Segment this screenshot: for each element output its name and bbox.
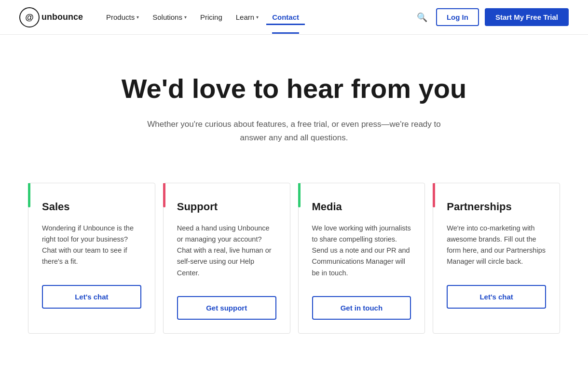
hero-subtitle: Whether you're curious about features, a… xyxy=(145,118,444,144)
card-accent-partnerships xyxy=(433,183,435,207)
card-btn-sales[interactable]: Let's chat xyxy=(42,285,141,309)
nav-pricing-label: Pricing xyxy=(200,13,222,21)
nav-products[interactable]: Products ▾ xyxy=(100,9,145,25)
card-accent-support xyxy=(163,183,165,207)
card-btn-support[interactable]: Get support xyxy=(177,296,276,320)
nav-links: Products ▾ Solutions ▾ Pricing Learn ▾ C… xyxy=(100,9,414,25)
card-desc-media: We love working with journalists to shar… xyxy=(312,223,411,279)
trial-button[interactable]: Start My Free Trial xyxy=(485,8,569,26)
nav-learn-wrap: Learn ▾ xyxy=(230,9,264,25)
nav-products-wrap: Products ▾ xyxy=(100,9,145,25)
card-desc-support: Need a hand using Unbounce or managing y… xyxy=(177,223,276,279)
solutions-chevron-icon: ▾ xyxy=(184,14,187,20)
nav-learn[interactable]: Learn ▾ xyxy=(230,9,264,25)
logo[interactable]: @ unbounce xyxy=(19,7,83,27)
card-accent-sales xyxy=(28,183,30,207)
card-sales: Sales Wondering if Unbounce is the right… xyxy=(28,183,155,334)
products-chevron-icon: ▾ xyxy=(137,14,139,20)
nav-contact[interactable]: Contact xyxy=(266,9,305,25)
svg-text:@: @ xyxy=(25,13,34,22)
nav-products-label: Products xyxy=(106,13,135,21)
nav-right: 🔍 Log In Start My Free Trial xyxy=(414,8,569,26)
card-support: Support Need a hand using Unbounce or ma… xyxy=(163,183,290,334)
hero-section: We'd love to hear from you Whether you'r… xyxy=(0,35,588,173)
learn-chevron-icon: ▾ xyxy=(256,14,259,20)
search-button[interactable]: 🔍 xyxy=(414,9,430,26)
cards-container: Sales Wondering if Unbounce is the right… xyxy=(0,173,588,363)
card-partnerships: Partnerships We're into co-marketing wit… xyxy=(433,183,560,334)
nav-pricing[interactable]: Pricing xyxy=(194,9,228,25)
hero-title: We'd love to hear from you xyxy=(19,73,569,104)
card-media: Media We love working with journalists t… xyxy=(298,183,425,334)
nav-solutions-wrap: Solutions ▾ xyxy=(147,9,192,25)
login-button[interactable]: Log In xyxy=(436,8,479,26)
card-title-media: Media xyxy=(312,201,411,213)
logo-text: unbounce xyxy=(41,12,83,22)
nav-solutions[interactable]: Solutions ▾ xyxy=(147,9,192,25)
navbar: @ unbounce Products ▾ Solutions ▾ Pricin… xyxy=(0,0,588,35)
nav-learn-label: Learn xyxy=(236,13,254,21)
card-title-sales: Sales xyxy=(42,201,141,213)
nav-solutions-label: Solutions xyxy=(152,13,182,21)
card-accent-media xyxy=(298,183,301,207)
nav-contact-label: Contact xyxy=(272,13,299,21)
card-btn-partnerships[interactable]: Let's chat xyxy=(447,285,546,309)
nav-contact-wrap: Contact xyxy=(266,9,305,25)
card-desc-partnerships: We're into co-marketing with awesome bra… xyxy=(447,223,546,268)
search-icon: 🔍 xyxy=(417,13,427,22)
card-title-partnerships: Partnerships xyxy=(447,201,546,213)
card-title-support: Support xyxy=(177,201,276,213)
nav-pricing-wrap: Pricing xyxy=(194,9,228,25)
card-desc-sales: Wondering if Unbounce is the right tool … xyxy=(42,223,141,268)
card-btn-media[interactable]: Get in touch xyxy=(312,296,411,320)
